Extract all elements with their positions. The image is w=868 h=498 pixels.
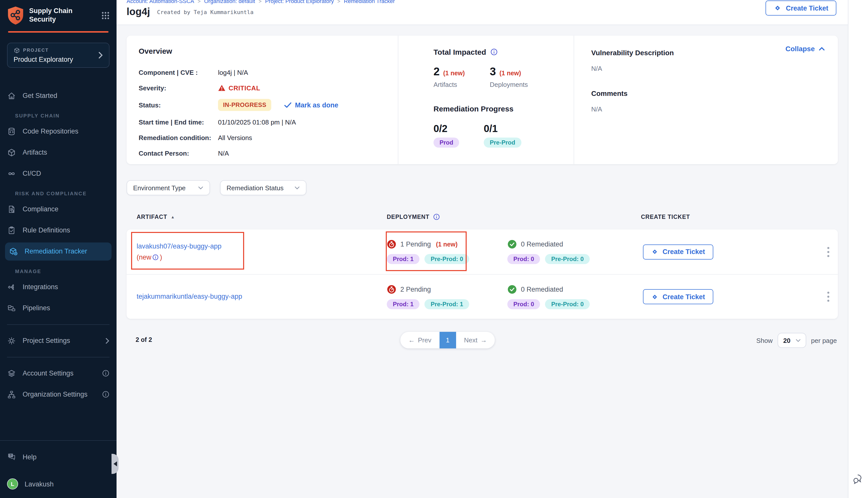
environment-type-label: Environment Type [133, 184, 185, 192]
project-selector[interactable]: PROJECT Product Exploratory [7, 42, 109, 67]
preprod-badge: Pre-Prod [484, 137, 521, 148]
pagination-count: 2 of 2 [135, 336, 152, 343]
support-chat-icon[interactable] [852, 473, 865, 485]
create-ticket-button-row[interactable]: Create Ticket [643, 289, 713, 304]
artifacts-table: lavakush07/easy-buggy-app (new ) [127, 230, 838, 319]
user-name: Lavakush [25, 480, 54, 488]
prod-badge: Prod [433, 137, 459, 148]
sidebar-item-project-settings[interactable]: Project Settings [0, 331, 117, 350]
sidebar-item-label: Project Settings [23, 337, 70, 344]
main-area: Account: Automation-SSCA>Organization: d… [117, 0, 848, 498]
new-note-text: ) [160, 252, 162, 263]
breadcrumb-account-link[interactable]: Account: Automation-SSCA [127, 0, 194, 4]
preprod-count-badge: Pre-Prod: 0 [545, 254, 590, 264]
breadcrumb-organization-link[interactable]: Organization: default [204, 0, 255, 4]
impacted-deployments-count: 3 [490, 65, 496, 78]
warning-triangle-icon [218, 84, 225, 91]
sidebar-divider [7, 357, 109, 357]
impacted-artifacts-count: 2 [433, 65, 440, 78]
info-icon[interactable] [102, 391, 109, 398]
remediated-column-header [507, 213, 641, 220]
ticket-cell: Create Ticket [641, 289, 819, 304]
remediated-count: 0 Remediated [521, 285, 563, 293]
artifact-cell: tejakummarikuntla/easy-buggy-app [127, 291, 387, 302]
sidebar-item-rule-definitions[interactable]: Rule Definitions [0, 221, 117, 239]
environment-type-filter[interactable]: Environment Type [127, 180, 210, 195]
overview-column: Overview Component | CVE : log4j | N/A S… [127, 36, 398, 164]
organization-settings-icon [7, 390, 16, 399]
sidebar-item-help[interactable]: ? Help [0, 448, 117, 466]
user-avatar: L [7, 479, 18, 489]
prev-page-button[interactable]: ← Prev [400, 332, 439, 349]
info-icon[interactable] [102, 369, 109, 377]
overview-card: Overview Component | CVE : log4j | N/A S… [127, 36, 838, 164]
page-content: Overview Component | CVE : log4j | N/A S… [117, 25, 848, 498]
sidebar-item-label: Get Started [23, 92, 57, 100]
breadcrumb-page-link[interactable]: Remediation Tracker [344, 0, 395, 4]
artifact-column-header[interactable]: ARTIFACT ▲ [127, 213, 387, 220]
remediated-check-icon [507, 284, 517, 294]
deployment-cell: 1 Pending (1 new) Prod: 1 Pre-Prod: 0 [387, 239, 507, 264]
breadcrumb-project-link[interactable]: Project: Product Exploratory [265, 0, 334, 4]
sidebar-item-compliance[interactable]: Compliance [0, 200, 117, 218]
sidebar-item-remediation-tracker[interactable]: Remediation Tracker [5, 242, 112, 260]
app-title: Supply Chain Security [29, 7, 96, 24]
arrow-right-icon: → [480, 336, 487, 344]
breadcrumb-separator: > [198, 0, 201, 4]
home-icon [7, 91, 16, 100]
next-page-button[interactable]: Next → [456, 332, 495, 349]
sidebar-user-menu[interactable]: L Lavakush [0, 475, 117, 493]
remediation-progress-heading: Remediation Progress [433, 104, 574, 113]
compliance-document-icon [7, 205, 16, 214]
sidebar-item-integrations[interactable]: Integrations [0, 278, 117, 296]
create-ticket-button-header[interactable]: Create Ticket [766, 0, 837, 16]
ticket-diamond-icon [651, 293, 659, 300]
info-icon[interactable] [153, 254, 159, 261]
info-icon[interactable] [433, 213, 440, 220]
sidebar-item-account-settings[interactable]: Account Settings [0, 364, 117, 382]
cicd-infinity-icon [7, 169, 16, 178]
sidebar-item-organization-settings[interactable]: Organization Settings [0, 385, 117, 403]
artifacts-cube-icon [7, 148, 16, 157]
comments-heading: Comments [591, 89, 838, 97]
remediation-status-filter[interactable]: Remediation Status [220, 180, 307, 195]
rule-definitions-clipboard-icon [7, 226, 16, 235]
sidebar-item-cicd[interactable]: CI/CD [0, 165, 117, 183]
component-cve-value: log4j | N/A [218, 68, 248, 76]
row-menu-kebab-icon[interactable] [819, 244, 838, 260]
account-settings-layers-icon [7, 369, 16, 378]
page-number-button[interactable]: 1 [439, 332, 456, 349]
project-name: Product Exploratory [14, 55, 99, 63]
sidebar-collapse-handle[interactable] [112, 454, 118, 474]
artifact-link[interactable]: lavakush07/easy-buggy-app [137, 243, 221, 250]
pending-clock-icon [387, 239, 396, 249]
sidebar-item-get-started[interactable]: Get Started [0, 87, 117, 105]
sidebar-item-pipelines[interactable]: Pipelines [0, 299, 117, 317]
row-menu-kebab-icon[interactable] [819, 289, 838, 305]
create-ticket-button-row[interactable]: Create Ticket [643, 244, 713, 259]
page-title: log4j [127, 6, 150, 16]
impacted-deployments-new: (1 new) [500, 70, 521, 77]
create-ticket-label: Create Ticket [663, 248, 705, 255]
sidebar-item-artifacts[interactable]: Artifacts [0, 143, 117, 161]
overview-heading: Overview [139, 47, 386, 55]
app-grid-icon[interactable] [102, 12, 109, 19]
new-note-text: (new [137, 252, 152, 263]
mark-as-done-button[interactable]: Mark as done [284, 101, 338, 109]
sidebar-item-label: Remediation Tracker [25, 248, 87, 255]
ticket-diamond-icon [774, 4, 782, 12]
info-icon[interactable] [490, 48, 498, 56]
sidebar: Supply Chain Security PROJECT [0, 0, 117, 498]
sidebar-item-label: Compliance [23, 205, 59, 213]
sidebar-item-code-repositories[interactable]: Code Repositories [0, 122, 117, 140]
per-page-label: per page [811, 337, 837, 344]
remediated-count: 0 Remediated [521, 240, 563, 248]
chevron-right-icon [105, 338, 109, 344]
page-size-select[interactable]: 20 [778, 333, 806, 348]
collapse-button[interactable]: Collapse [785, 45, 825, 53]
create-ticket-header-label: CREATE TICKET [641, 214, 690, 220]
sidebar-item-label: Help [23, 453, 37, 461]
artifact-link[interactable]: tejakummarikuntla/easy-buggy-app [137, 293, 242, 300]
component-cve-label: Component | CVE : [139, 68, 218, 76]
chevron-down-icon [198, 186, 204, 189]
